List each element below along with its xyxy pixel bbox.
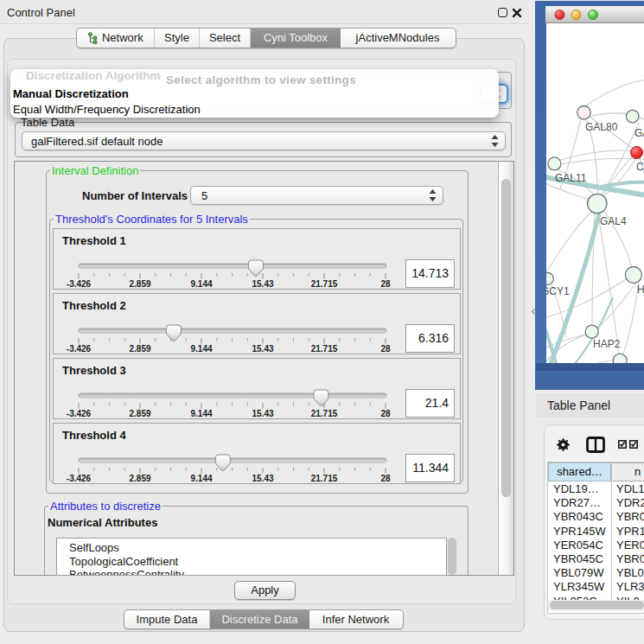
svg-text:-3.426: -3.426 — [67, 409, 92, 418]
svg-text:28: 28 — [380, 474, 391, 483]
svg-text:9.144: 9.144 — [190, 409, 212, 418]
svg-text:2.859: 2.859 — [129, 344, 150, 354]
svg-text:15.43: 15.43 — [252, 344, 273, 354]
svg-text:9.144: 9.144 — [190, 279, 212, 289]
svg-text:C: C — [636, 161, 644, 173]
svg-text:28: 28 — [380, 409, 391, 418]
svg-text:HAP2: HAP2 — [593, 338, 621, 350]
svg-text:28: 28 — [380, 279, 391, 289]
svg-text:H: H — [637, 284, 644, 296]
svg-text:28: 28 — [380, 344, 391, 354]
svg-text:9.144: 9.144 — [190, 344, 212, 354]
svg-text:-3.426: -3.426 — [67, 474, 92, 483]
svg-text:GAL11: GAL11 — [555, 172, 587, 184]
svg-text:GAL80: GAL80 — [585, 121, 618, 133]
svg-text:-3.426: -3.426 — [67, 279, 92, 289]
svg-text:21.715: 21.715 — [311, 409, 338, 418]
svg-text:15.43: 15.43 — [252, 279, 273, 289]
svg-text:-3.426: -3.426 — [67, 344, 92, 354]
svg-text:15.43: 15.43 — [252, 474, 273, 483]
svg-text:2.859: 2.859 — [129, 279, 150, 289]
svg-text:15.43: 15.43 — [252, 409, 273, 418]
svg-text:GA: GA — [634, 127, 644, 139]
svg-text:2.859: 2.859 — [129, 409, 150, 418]
svg-text:21.715: 21.715 — [311, 344, 338, 354]
svg-text:GAL4: GAL4 — [600, 215, 627, 227]
svg-text:21.715: 21.715 — [311, 474, 338, 483]
svg-text:21.715: 21.715 — [311, 279, 338, 289]
svg-text:9.144: 9.144 — [190, 474, 212, 483]
svg-text:2.859: 2.859 — [129, 474, 150, 483]
